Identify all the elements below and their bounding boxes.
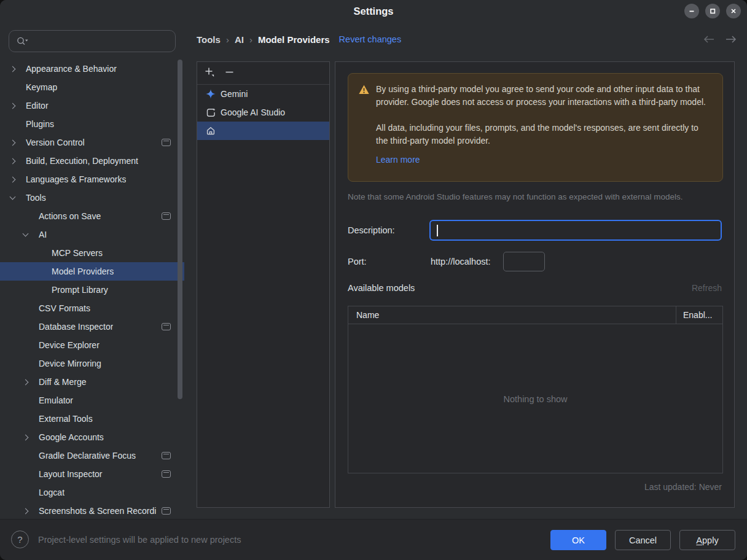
column-separator[interactable] (676, 306, 676, 324)
settings-window: Settings Appearance & BehaviorKeymapEdit… (0, 0, 747, 560)
breadcrumb-item-ai[interactable]: AI (235, 34, 244, 45)
sidebar-item-actions-on-save[interactable]: Actions on Save (0, 207, 184, 225)
cancel-button[interactable]: Cancel (615, 530, 671, 550)
sidebar-item-label: Model Providers (52, 266, 114, 276)
sidebar-item-label: External Tools (39, 414, 93, 424)
sidebar-item-editor[interactable]: Editor (0, 96, 184, 115)
description-field[interactable] (436, 221, 718, 241)
sidebar-item-mcp-servers[interactable]: MCP Servers (0, 244, 184, 262)
sidebar-item-label: Tools (26, 193, 46, 203)
sidebar-item-label: Languages & Frameworks (26, 174, 126, 184)
minimize-icon (688, 7, 695, 15)
breadcrumb-item-tools[interactable]: Tools (197, 34, 221, 45)
chevron-right-icon[interactable] (22, 380, 39, 384)
sidebar-item-tools[interactable]: Tools (0, 189, 184, 207)
settings-content: Tools›AI›Model Providers Revert changes … (184, 22, 747, 519)
sidebar-item-appearance-behavior[interactable]: Appearance & Behavior (0, 60, 184, 78)
chevron-right-icon[interactable] (22, 509, 39, 513)
sidebar-item-database-inspector[interactable]: Database Inspector (0, 317, 184, 336)
add-provider-button[interactable] (202, 66, 217, 80)
project-settings-icon (162, 139, 171, 146)
provider-item-home[interactable] (197, 122, 329, 140)
sidebar-item-diff-merge[interactable]: Diff & Merge (0, 373, 184, 391)
chevron-right-icon[interactable] (9, 67, 26, 71)
sidebar-item-logcat[interactable]: Logcat (0, 483, 184, 502)
chevron-right-icon[interactable] (9, 104, 26, 108)
external-models-note: Note that some Android Studio features m… (348, 192, 683, 201)
provider-item-label: Google AI Studio (221, 107, 285, 117)
sidebar-item-languages-frameworks[interactable]: Languages & Frameworks (0, 170, 184, 189)
sidebar-item-emulator[interactable]: Emulator (0, 391, 184, 410)
chevron-right-icon[interactable] (22, 435, 39, 440)
models-table-header: Name Enabl... (348, 306, 722, 324)
project-settings-icon (162, 470, 171, 478)
help-icon[interactable]: ? (11, 531, 29, 548)
empty-table-text: Nothing to show (504, 394, 568, 404)
chevron-right-icon[interactable] (9, 177, 26, 182)
back-arrow-icon[interactable] (702, 32, 716, 47)
titlebar: Settings (0, 0, 747, 23)
revert-changes-link[interactable]: Revert changes (339, 34, 402, 44)
sidebar-scrollbar[interactable] (178, 60, 182, 399)
provider-item-google-ai-studio[interactable]: Google AI Studio (197, 103, 329, 122)
column-header-enabled[interactable]: Enabl... (683, 310, 712, 320)
footer-hint: Project-level settings will be applied t… (38, 519, 241, 560)
sidebar-item-device-mirroring[interactable]: Device Mirroring (0, 354, 184, 373)
sidebar-item-label: CSV Formats (39, 303, 90, 313)
refresh-link[interactable]: Refresh (692, 283, 722, 293)
sidebar-item-model-providers[interactable]: Model Providers (0, 262, 184, 281)
breadcrumb-item-model-providers[interactable]: Model Providers (258, 34, 330, 45)
description-label: Description: (348, 225, 429, 235)
column-header-name[interactable]: Name (348, 310, 722, 320)
provider-item-label: Gemini (221, 89, 248, 99)
forward-arrow-icon[interactable] (724, 32, 738, 47)
home-icon (206, 126, 217, 136)
ok-button[interactable]: OK (550, 530, 606, 550)
project-settings-icon (162, 212, 171, 220)
port-field[interactable] (503, 252, 545, 271)
breadcrumb-separator: › (226, 34, 229, 45)
provider-item-gemini[interactable]: Gemini (197, 85, 329, 103)
gemini-icon (206, 89, 217, 99)
chevron-down-icon[interactable] (9, 196, 26, 199)
sidebar-item-label: MCP Servers (52, 248, 103, 258)
window-controls (684, 4, 741, 18)
sidebar-item-google-accounts[interactable]: Google Accounts (0, 428, 184, 446)
footer-buttons: OK Cancel Apply (550, 530, 735, 550)
settings-sidebar: Appearance & BehaviorKeymapEditorPlugins… (0, 22, 185, 519)
sidebar-item-ai[interactable]: AI (0, 225, 184, 244)
sidebar-item-version-control[interactable]: Version Control (0, 133, 184, 152)
close-button[interactable] (726, 4, 741, 18)
warning-paragraph-1: By using a third-party model you agree t… (376, 83, 713, 109)
last-updated-text: Last updated: Never (644, 482, 722, 492)
remove-provider-button[interactable] (222, 66, 237, 80)
maximize-button[interactable] (705, 4, 720, 18)
chevron-right-icon[interactable] (9, 141, 26, 145)
sidebar-item-keymap[interactable]: Keymap (0, 78, 184, 96)
sidebar-item-external-tools[interactable]: External Tools (0, 410, 184, 428)
search-input[interactable] (31, 36, 175, 47)
sidebar-item-build-execution-deployment[interactable]: Build, Execution, Deployment (0, 152, 184, 170)
sidebar-item-screenshots-screen-recordi[interactable]: Screenshots & Screen Recordi (0, 502, 184, 519)
project-settings-icon (162, 452, 171, 459)
sidebar-item-label: Version Control (26, 138, 85, 147)
sidebar-item-gradle-declarative-focus[interactable]: Gradle Declarative Focus (0, 446, 184, 465)
description-field-wrap (429, 220, 722, 241)
sidebar-item-prompt-library[interactable]: Prompt Library (0, 281, 184, 299)
sidebar-item-plugins[interactable]: Plugins (0, 115, 184, 133)
minimize-button[interactable] (684, 4, 699, 18)
breadcrumb-separator: › (249, 34, 252, 45)
sidebar-item-device-explorer[interactable]: Device Explorer (0, 336, 184, 354)
chevron-down-icon[interactable] (22, 233, 39, 236)
sidebar-item-label: Diff & Merge (39, 377, 87, 387)
sidebar-item-label: Device Explorer (39, 340, 100, 350)
chevron-right-icon[interactable] (9, 159, 26, 163)
apply-button[interactable]: Apply (679, 530, 735, 550)
learn-more-link[interactable]: Learn more (376, 154, 420, 166)
sidebar-item-csv-formats[interactable]: CSV Formats (0, 299, 184, 317)
settings-search-box[interactable] (9, 30, 176, 52)
sidebar-item-label: Database Inspector (39, 322, 113, 332)
aistudio-icon (206, 107, 217, 117)
remove-icon (224, 67, 235, 80)
sidebar-item-layout-inspector[interactable]: Layout Inspector (0, 465, 184, 483)
